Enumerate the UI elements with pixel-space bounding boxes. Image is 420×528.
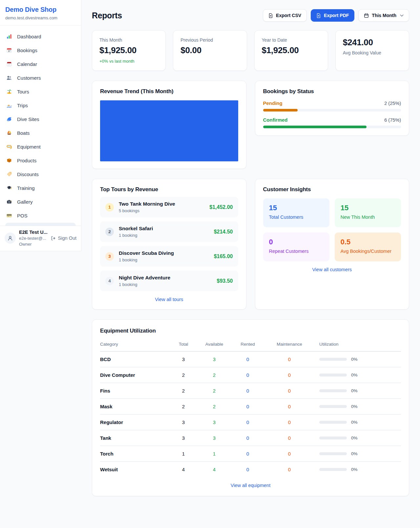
- sidebar-item-dashboard[interactable]: Dashboard: [3, 30, 78, 43]
- table-row: Wetsuit 4 4 0 0 0%: [100, 462, 401, 477]
- view-all-equipment-link[interactable]: View all equipment: [100, 483, 401, 488]
- sidebar-item-training[interactable]: Training: [3, 181, 78, 194]
- table-row: Torch 1 1 0 0 0%: [100, 446, 401, 462]
- stat-value: $1,925.00: [99, 45, 158, 55]
- column-header-rented: Rented: [231, 339, 265, 352]
- tour-revenue: $165.00: [214, 254, 233, 259]
- bookings-icon: 17: [6, 47, 12, 53]
- insight-label: Avg Bookings/Customer: [341, 249, 395, 254]
- sidebar-item-label: Discounts: [17, 172, 39, 177]
- cell-maintenance: 0: [265, 446, 314, 462]
- cell-maintenance: 0: [265, 462, 314, 477]
- sidebar-item-trips[interactable]: Trips: [3, 99, 78, 112]
- user-panel: E2E Test U... e2e-tester@... Owner Sign …: [0, 226, 81, 251]
- insight-value: 0: [269, 238, 324, 246]
- column-header-category: Category: [100, 339, 169, 352]
- stat-label: Year to Date: [262, 37, 321, 43]
- cell-rented: 0: [231, 462, 265, 477]
- tour-list-item: 4 Night Dive Adventure 1 booking $93.50: [100, 271, 238, 291]
- sidebar-item-label: Dive Sites: [17, 116, 39, 122]
- export-csv-button[interactable]: Export CSV: [263, 9, 307, 22]
- table-row: Fins 2 2 0 0 0%: [100, 383, 401, 399]
- sidebar-item-equipment[interactable]: Equipment: [3, 140, 78, 153]
- sidebar-item-label: Boats: [17, 130, 30, 136]
- insight-grid: 15 Total Customers 15 New This Month 0 R…: [263, 198, 401, 261]
- insight-label: Total Customers: [269, 214, 324, 220]
- status-progress-fill: [263, 126, 367, 128]
- status-row-pending: Pending 2 (25%): [263, 100, 401, 112]
- person-icon: [7, 235, 13, 241]
- sidebar-item-label: Tours: [17, 89, 29, 94]
- cell-utilization: 0%: [314, 352, 401, 367]
- table-header-row: Category Total Available Rented Maintena…: [100, 339, 401, 352]
- main-content: Reports Export CSV Export PDF This Month…: [81, 0, 420, 509]
- view-all-customers-link[interactable]: View all customers: [263, 267, 401, 272]
- user-info: E2E Test U... e2e-tester@... Owner: [19, 230, 48, 247]
- file-download-icon: [316, 13, 321, 18]
- sign-out-button[interactable]: Sign Out: [51, 235, 76, 241]
- sidebar-item-pos[interactable]: POS: [3, 209, 78, 222]
- sidebar-item-label: Dashboard: [17, 34, 41, 39]
- cell-rented: 0: [231, 352, 265, 367]
- bookings-by-status-title: Bookings by Status: [263, 88, 401, 95]
- insight-value: 15: [269, 204, 324, 212]
- insight-value: 0.5: [341, 238, 395, 246]
- cell-category: Dive Computer: [100, 367, 169, 383]
- revenue-trend-title: Revenue Trend (This Month): [100, 88, 238, 95]
- cell-maintenance: 0: [265, 367, 314, 383]
- pos-icon: [6, 212, 12, 219]
- page-title: Reports: [92, 11, 122, 20]
- utilization-track: [319, 374, 347, 376]
- revenue-trend-chart: [100, 100, 238, 161]
- tour-revenue: $1,452.00: [209, 204, 233, 210]
- stat-card-previous-period: Previous Period $0.00: [173, 30, 247, 71]
- equipment-icon: [6, 143, 12, 150]
- stat-card-this-month: This Month $1,925.00 +0% vs last month: [92, 30, 166, 71]
- user-role: Owner: [19, 242, 48, 247]
- sidebar-item-products[interactable]: Products: [3, 154, 78, 167]
- sidebar-item-calendar[interactable]: Calendar: [3, 57, 78, 71]
- utilization-track: [319, 389, 347, 392]
- sidebar-item-gallery[interactable]: Gallery: [3, 195, 78, 208]
- cell-available: 3: [198, 415, 231, 430]
- cell-category: Mask: [100, 399, 169, 415]
- cell-total: 1: [169, 446, 198, 462]
- utilization-percent: 0%: [351, 436, 358, 440]
- page-header: Reports Export CSV Export PDF This Month: [92, 9, 409, 22]
- trips-icon: [6, 102, 12, 109]
- tour-bookings: 1 booking: [119, 282, 170, 287]
- charts-row: Revenue Trend (This Month) Bookings by S…: [92, 81, 409, 169]
- sidebar-item-tours[interactable]: Tours: [3, 85, 78, 98]
- table-row: Dive Computer 2 2 0 0 0%: [100, 367, 401, 383]
- rank-badge: 2: [105, 228, 114, 236]
- cell-utilization: 0%: [314, 399, 401, 415]
- sidebar-item-customers[interactable]: Customers: [3, 71, 78, 84]
- utilization-percent: 0%: [351, 451, 358, 456]
- dive-sites-icon: [6, 116, 12, 122]
- status-progress-fill: [263, 109, 298, 112]
- cell-utilization: 0%: [314, 383, 401, 399]
- cell-rented: 0: [231, 367, 265, 383]
- insight-label: Repeat Customers: [269, 249, 324, 254]
- period-dropdown[interactable]: This Month: [358, 9, 409, 22]
- cell-maintenance: 0: [265, 415, 314, 430]
- view-all-tours-link[interactable]: View all tours: [100, 297, 238, 302]
- cell-total: 2: [169, 367, 198, 383]
- shop-header: Demo Dive Shop demo.test.divestreams.com: [0, 0, 81, 26]
- sidebar-item-bookings[interactable]: 17 Bookings: [3, 44, 78, 57]
- sidebar-item-boats[interactable]: Boats: [3, 126, 78, 139]
- bookings-by-status-card: Bookings by Status Pending 2 (25%) Confi…: [255, 81, 410, 136]
- sign-out-icon: [51, 236, 56, 241]
- sidebar-item-discounts[interactable]: Discounts: [3, 168, 78, 181]
- tour-bookings: 5 bookings: [119, 208, 175, 213]
- insight-tile-repeat-customers: 0 Repeat Customers: [263, 233, 329, 261]
- column-header-total: Total: [169, 339, 198, 352]
- cell-total: 2: [169, 383, 198, 399]
- export-pdf-button[interactable]: Export PDF: [311, 9, 354, 22]
- period-label: This Month: [372, 13, 396, 18]
- table-row: Mask 2 2 0 0 0%: [100, 399, 401, 415]
- sidebar-item-dive-sites[interactable]: Dive Sites: [3, 112, 78, 126]
- stat-value: $1,925.00: [262, 45, 321, 55]
- cell-available: 3: [198, 352, 231, 367]
- utilization-percent: 0%: [351, 357, 358, 362]
